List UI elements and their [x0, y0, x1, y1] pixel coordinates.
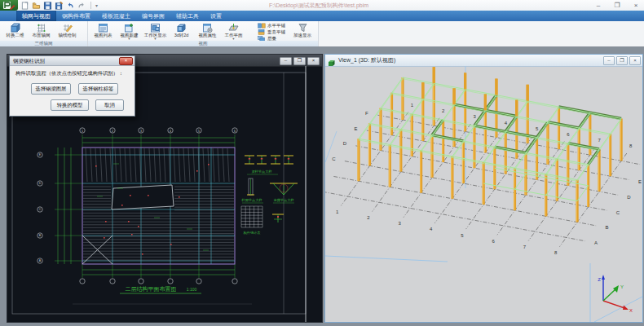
small-button-label: 水平平铺	[267, 23, 285, 29]
ribbon-button-label: 转换二维	[7, 33, 24, 37]
pencil-grid-icon	[62, 23, 73, 33]
dropdown-arrow-icon[interactable]: ▾	[128, 37, 130, 40]
dialog-titlebar[interactable]: 钢梁钢柱识别 ×	[10, 56, 135, 66]
view3d-canvas[interactable]: FFEEDDCCBBAA1122334455667788ZXY	[325, 66, 642, 322]
svg-text:C: C	[616, 210, 620, 215]
svg-text:E: E	[354, 126, 357, 131]
convert-model-button[interactable]: 转换的模型	[51, 99, 89, 111]
view3d-minimize-button[interactable]: –	[603, 56, 615, 65]
ribbon-group-1: 视图列表视图新建▾工作区显示▾3d转2d视图属性工作平面▾水平平铺垂直平铺层叠加…	[88, 21, 319, 46]
dialog-title: 钢梁钢柱识别	[10, 56, 135, 65]
new-file-icon	[20, 2, 29, 10]
ribbon-button-视图新建[interactable]: 视图新建▾	[117, 22, 142, 40]
svg-text:柱脚节点大样: 柱脚节点大样	[240, 198, 262, 202]
svg-text:F: F	[365, 111, 368, 116]
ribbon-button-3d转2d[interactable]: 3d转2d	[169, 22, 194, 40]
ribbon-button-视图属性[interactable]: 视图属性	[195, 22, 220, 40]
ribbon: 转换二维布置轴网轴线绘制三维轴网视图列表视图新建▾工作区显示▾3d转2d视图属性…	[0, 21, 644, 47]
cancel-button[interactable]: 取消	[95, 99, 124, 111]
new-file-button[interactable]	[20, 1, 29, 10]
ribbon-tab-5[interactable]: 设置	[205, 11, 227, 21]
ribbon-tab-0[interactable]: 轴网与视图	[16, 11, 56, 21]
plan-window-controls: – ❐ ×	[280, 57, 320, 65]
ribbon-button-视图列表[interactable]: 视图列表	[90, 22, 116, 40]
open-file-icon	[32, 2, 41, 10]
close-button[interactable]: ×	[630, 1, 642, 10]
open-file-button[interactable]	[32, 1, 41, 10]
svg-text:7: 7	[523, 244, 527, 249]
ribbon-button-加速显示[interactable]: 加速显示	[290, 23, 315, 41]
small-button-label: 垂直平铺	[267, 29, 285, 35]
view-new-icon	[124, 23, 135, 33]
svg-text:B: B	[39, 234, 42, 237]
save-button[interactable]	[43, 1, 52, 10]
plan-close-button[interactable]: ×	[307, 57, 320, 65]
save-as-button[interactable]	[55, 1, 64, 10]
ribbon-small-button-垂直平铺[interactable]: 垂直平铺	[258, 29, 285, 35]
ribbon-button-label: 轴线绘制	[59, 33, 77, 37]
quick-access-toolbar: ▾	[20, 1, 98, 10]
svg-text:A: A	[594, 240, 598, 245]
app-logo-icon[interactable]	[0, 0, 18, 11]
ribbon-tab-1[interactable]: 钢构件布置	[56, 11, 96, 21]
plan-maximize-button[interactable]: ❐	[293, 57, 306, 65]
ribbon-button-label: 视图列表	[95, 33, 112, 37]
svg-text:8: 8	[629, 143, 633, 148]
ribbon-button-转换二维[interactable]: 转换二维	[2, 22, 28, 40]
view3d-close-button[interactable]: ×	[629, 56, 641, 65]
titlebar: ▾ F:\Desktop\测试装配预制构件\test.pbim – ❐ ×	[0, 0, 644, 11]
tile-h-icon	[258, 23, 266, 29]
ribbon-button-布置轴网[interactable]: 布置轴网	[29, 22, 54, 40]
svg-text:6: 6	[234, 130, 236, 133]
svg-text:二层结构平面布置图: 二层结构平面布置图	[126, 286, 177, 293]
ribbon-button-label: 布置轴网	[33, 33, 51, 37]
view3d-window: View_1 (3D: 默认视图) – ❐ × FFEEDDCCBBAA1122…	[324, 54, 643, 323]
svg-text:3: 3	[399, 221, 402, 226]
svg-text:2: 2	[442, 108, 445, 113]
svg-text:4: 4	[430, 227, 433, 231]
dropdown-arrow-icon[interactable]: ▾	[232, 37, 234, 40]
ribbon-button-工作区显示[interactable]: 工作区显示▾	[143, 22, 168, 40]
ribbon-tab-3[interactable]: 编号界面	[136, 11, 170, 21]
svg-text:构件统计表: 构件统计表	[244, 231, 261, 236]
grid-icon	[36, 23, 46, 33]
tile-v-icon	[258, 29, 266, 35]
svg-text:2: 2	[367, 215, 370, 220]
funnel-icon	[298, 23, 308, 33]
svg-text:X: X	[629, 308, 633, 313]
application-window: ▾ F:\Desktop\测试装配预制构件\test.pbim – ❐ × 轴网…	[0, 0, 644, 326]
svg-text:1:100: 1:100	[187, 287, 197, 292]
select-beam-layer-button[interactable]: 选择钢梁图层	[31, 83, 71, 95]
ribbon-group-label: 三维轴网	[0, 41, 87, 46]
svg-text:3: 3	[140, 130, 142, 133]
svg-text:Y: Y	[620, 284, 624, 289]
svg-text:B: B	[605, 225, 608, 230]
svg-text:1: 1	[411, 103, 414, 108]
ribbon-small-button-水平平铺[interactable]: 水平平铺	[258, 23, 285, 29]
svg-text:8: 8	[554, 250, 558, 255]
ribbon-button-轴线绘制[interactable]: 轴线绘制	[55, 22, 80, 40]
svg-text:4: 4	[505, 121, 508, 126]
select-column-label-button[interactable]: 选择钢柱标签	[78, 83, 118, 95]
svg-text:C: C	[39, 208, 42, 211]
view3d-window-titlebar[interactable]: View_1 (3D: 默认视图) – ❐ ×	[325, 55, 642, 67]
plan-minimize-button[interactable]: –	[280, 57, 292, 65]
view3d-window-controls: – ❐ ×	[603, 56, 641, 65]
mdi-workspace: – ❐ × 123456EDCBA梁柱节点大样柱脚节点大样支撑节点大样构件统计表…	[0, 46, 644, 326]
ribbon-tab-4[interactable]: 辅助工具	[170, 11, 205, 21]
maximize-button[interactable]: ❐	[611, 1, 623, 10]
minimize-button[interactable]: –	[593, 1, 604, 10]
ribbon-button-工作平面[interactable]: 工作平面▾	[221, 22, 246, 40]
dropdown-arrow-icon[interactable]: ▾	[154, 37, 156, 40]
ribbon-tab-2[interactable]: 楼板混凝土	[96, 11, 136, 21]
qat-customize-dropdown-icon[interactable]: ▾	[95, 2, 98, 8]
redo-button[interactable]	[77, 1, 86, 10]
workplane-icon	[228, 23, 239, 33]
cube-3d-icon	[176, 23, 187, 33]
recognition-dialog: 钢梁钢柱识别 × 构件识取流程（依次点击按钮完成构件识别）： 选择钢梁图层 选择…	[9, 55, 135, 117]
view3d-window-title: View_1 (3D: 默认视图)	[338, 55, 395, 66]
view3d-maximize-button[interactable]: ❐	[616, 56, 628, 65]
app-logo-glyph	[2, 1, 15, 10]
undo-button[interactable]	[66, 1, 75, 10]
dialog-close-icon[interactable]: ×	[119, 57, 133, 65]
